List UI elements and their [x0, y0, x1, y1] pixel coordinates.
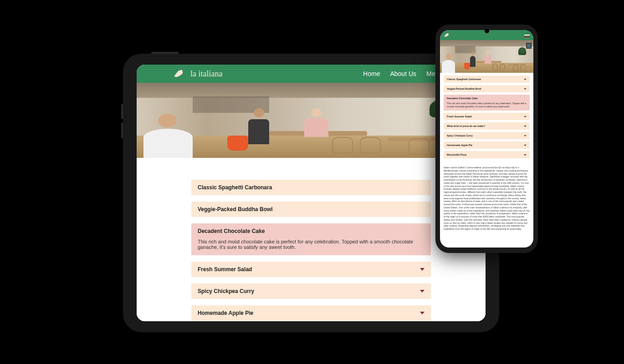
hand-logo-icon	[173, 69, 185, 78]
accordion-title: Homemade Apple Pie	[198, 310, 253, 316]
accordion-item-buddha-bowl[interactable]: Veggie-Packed Buddha Bowl	[191, 202, 431, 217]
hamburger-menu-icon[interactable]	[524, 33, 530, 37]
accordion-item-summer-salad[interactable]: Fresh Summer Salad	[191, 262, 431, 277]
accordion-title: Mozzarella Pizza	[447, 153, 466, 156]
accordion-title: Homemade Apple Pie	[447, 144, 472, 147]
nav-about[interactable]: About Us	[390, 70, 416, 77]
cuisine-description: Italian cuisine (Italian: Cucina italian…	[440, 163, 533, 235]
accordion-title: What kind of pizza do we make?	[447, 125, 485, 127]
phone-screen: Classic Spaghetti Carbonara Veggie-Packe…	[440, 30, 533, 248]
accordion-title: Fresh Summer Salad	[447, 115, 472, 118]
chevron-down-icon	[524, 88, 527, 90]
accordion-title: Veggie-Packed Buddha Bowl	[198, 206, 273, 212]
accordion-title: Decadent Chocolate Cake	[198, 228, 265, 234]
accordion-item-chickpea-curry[interactable]: Spicy Chickpea Curry	[444, 132, 530, 139]
accordion-body: This rich and moist chocolate cake is pe…	[191, 239, 431, 255]
accordion-item-carbonara[interactable]: Classic Spaghetti Carbonara	[191, 180, 431, 195]
accordion-item-chocolate-cake[interactable]: Decadent Chocolate Cake This rich and mo…	[191, 223, 431, 255]
header: la italiana Home About Us Menu Location	[137, 65, 486, 83]
accordion-title: Spicy Chickpea Curry	[198, 288, 254, 294]
accordion-item-buddha-bowl[interactable]: Veggie-Packed Buddha Bowl	[444, 85, 530, 92]
accordion-title: Classic Spaghetti Carbonara	[447, 78, 481, 81]
accordion-item-pizza-kind[interactable]: What kind of pizza do we make?	[444, 122, 530, 130]
brand[interactable]: la italiana	[173, 69, 222, 79]
brand-name: la italiana	[190, 69, 222, 79]
accordion-title: Decadent Chocolate Cake	[447, 97, 478, 100]
accordion-title: Spicy Chickpea Curry	[447, 134, 473, 137]
accordion-title: Fresh Summer Salad	[198, 266, 252, 273]
accordion-body: This rich and moist chocolate cake is pe…	[444, 102, 530, 111]
accordion-item-chocolate-cake[interactable]: Decadent Chocolate Cake This rich and mo…	[444, 95, 530, 111]
phone-device: Classic Spaghetti Carbonara Veggie-Packe…	[435, 25, 538, 253]
hand-logo-icon	[444, 33, 450, 37]
accordion-item-mozzarella-pizza[interactable]: Mozzarella Pizza	[444, 151, 530, 158]
tablet-side-button	[121, 104, 123, 119]
accordion-item-apple-pie[interactable]: Homemade Apple Pie	[444, 142, 530, 149]
accordion-title: Veggie-Packed Buddha Bowl	[447, 87, 481, 90]
chevron-down-icon	[420, 268, 425, 271]
tablet-side-button	[121, 123, 123, 138]
chevron-down-icon	[420, 312, 425, 314]
nav-home[interactable]: Home	[363, 70, 380, 77]
tablet-screen: la italiana Home About Us Menu Location	[137, 65, 486, 321]
phone-camera	[485, 29, 489, 33]
hero-image	[137, 83, 486, 158]
hero-image	[440, 40, 533, 73]
chevron-down-icon	[524, 126, 527, 127]
accordion-item-summer-salad[interactable]: Fresh Summer Salad	[444, 113, 530, 120]
chevron-down-icon	[524, 145, 527, 146]
brand[interactable]	[444, 33, 450, 37]
tablet-top-button	[151, 52, 179, 54]
menu-accordion: Classic Spaghetti Carbonara Veggie-Packe…	[137, 158, 486, 321]
chevron-down-icon	[524, 135, 527, 136]
accordion-item-apple-pie[interactable]: Homemade Apple Pie	[191, 305, 431, 321]
chevron-down-icon	[524, 154, 527, 156]
chevron-down-icon	[524, 79, 527, 80]
accordion-title: Classic Spaghetti Carbonara	[198, 184, 272, 191]
accordion-item-chickpea-curry[interactable]: Spicy Chickpea Curry	[191, 283, 431, 299]
menu-accordion: Classic Spaghetti Carbonara Veggie-Packe…	[440, 73, 533, 163]
chevron-down-icon	[524, 116, 527, 117]
chevron-down-icon	[420, 290, 425, 293]
accordion-item-carbonara[interactable]: Classic Spaghetti Carbonara	[444, 76, 530, 83]
